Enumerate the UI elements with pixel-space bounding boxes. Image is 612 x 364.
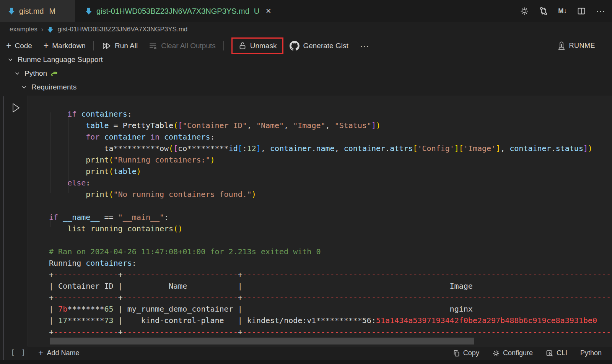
runme-file-icon — [8, 7, 15, 15]
cell-status-actions: Copy Configure — [444, 349, 602, 357]
plus-icon: + — [6, 41, 11, 50]
chevron-right-icon: › — [41, 26, 44, 33]
gear-icon — [492, 349, 500, 357]
notebook-toolbar: + Code + Markdown Run All Clear All Outp — [0, 37, 612, 55]
breadcrumb-folder[interactable]: examples — [10, 26, 37, 33]
annotation-highlight-box: Unmask — [231, 37, 284, 54]
code-cell-content[interactable]: if containers: table = PrettyTable(["Con… — [49, 108, 612, 342]
window-bottom-edge — [0, 360, 612, 364]
runme-file-icon — [47, 26, 54, 33]
runme-brand: RUNME — [557, 41, 596, 50]
snake-emoji-icon — [51, 70, 59, 77]
chevron-down-icon — [21, 84, 28, 91]
untracked-badge: U — [254, 7, 259, 16]
generate-gist-button[interactable]: Generate Gist — [290, 41, 348, 51]
unmask-button[interactable]: Unmask — [238, 42, 277, 50]
tab-label: gist-01HWD053BZ23JN6VA7X3NGP3YS.md — [96, 7, 249, 16]
add-name-button[interactable]: + Add Name — [38, 349, 79, 358]
run-cell-icon[interactable] — [11, 102, 21, 113]
outline-requirements[interactable]: Requirements — [21, 83, 76, 91]
generate-gist-label: Generate Gist — [303, 42, 348, 50]
markdown-preview-icon[interactable]: M↓ — [558, 7, 567, 15]
copy-label: Copy — [463, 349, 479, 357]
unmask-label: Unmask — [250, 42, 277, 50]
add-markdown-cell-button[interactable]: + Markdown — [44, 41, 86, 50]
modified-badge: M — [49, 7, 55, 16]
outline-runme-language-support[interactable]: Runme Language Support — [7, 55, 103, 64]
configure-label: Configure — [503, 349, 533, 357]
settings-gear-icon[interactable] — [520, 6, 529, 16]
outline-python[interactable]: Python — [14, 69, 59, 78]
configure-button[interactable]: Configure — [492, 349, 533, 357]
git-compare-icon[interactable] — [539, 6, 548, 16]
tab-label: gist.md — [19, 7, 44, 16]
outline-label: Runme Language Support — [18, 55, 103, 64]
editor-actions: M↓ ⋯ — [520, 0, 605, 22]
github-icon — [290, 41, 299, 51]
runme-label: RUNME — [569, 42, 596, 50]
copy-button[interactable]: Copy — [452, 349, 479, 357]
breadcrumb-file[interactable]: gist-01HWD053BZ23JN6VA7X3NGP3YS.md — [57, 26, 187, 33]
cli-label: CLI — [557, 349, 567, 357]
editor-tab-bar: gist.md M gist-01HWD053BZ23JN6VA7X3NGP3Y… — [0, 0, 612, 22]
add-name-label: Add Name — [47, 349, 79, 357]
toolbar-divider — [223, 41, 224, 50]
cli-button[interactable]: CLI — [546, 349, 567, 357]
clear-all-outputs-button[interactable]: Clear All Outputs — [148, 41, 216, 50]
unlock-icon — [238, 42, 247, 50]
cell-focus-bar — [3, 96, 4, 360]
run-all-button[interactable]: Run All — [101, 41, 138, 51]
split-editor-icon[interactable] — [577, 6, 586, 16]
language-indicator[interactable]: Python — [580, 349, 602, 357]
toolbar-divider — [93, 41, 94, 50]
close-tab-icon[interactable]: ✕ — [265, 7, 271, 15]
cell-collapse-indicator: [ ] — [11, 348, 27, 356]
language-label: Python — [580, 349, 602, 357]
horizontal-scrollbar[interactable] — [50, 338, 474, 344]
run-all-icon — [101, 41, 111, 51]
outline-label: Python — [24, 69, 47, 78]
tab-gist-notebook[interactable]: gist-01HWD053BZ23JN6VA7X3NGP3YS.md U ✕ — [75, 0, 295, 22]
clear-all-outputs-label: Clear All Outputs — [161, 42, 216, 50]
chevron-down-icon — [7, 56, 14, 63]
plus-icon: + — [38, 349, 43, 358]
more-actions-icon[interactable]: ⋯ — [596, 6, 605, 16]
add-code-cell-button[interactable]: + Code — [6, 41, 32, 50]
outline-label: Requirements — [31, 83, 76, 91]
runme-file-icon — [85, 7, 93, 15]
run-all-label: Run All — [115, 42, 138, 50]
cell-status-bar: + Add Name Copy — [28, 346, 612, 360]
copy-icon — [452, 349, 460, 357]
vscode-window: gist.md M gist-01HWD053BZ23JN6VA7X3NGP3Y… — [0, 0, 612, 364]
add-markdown-label: Markdown — [52, 42, 86, 50]
tab-gist-md[interactable]: gist.md M — [0, 0, 75, 22]
breadcrumb: examples › gist-01HWD053BZ23JN6VA7X3NGP3… — [0, 22, 612, 37]
toolbar-more-icon[interactable]: ··· — [360, 41, 369, 50]
clear-outputs-icon — [148, 41, 158, 50]
cli-icon — [546, 349, 553, 357]
chevron-down-icon — [14, 70, 21, 77]
runme-logo-icon — [557, 41, 566, 50]
add-code-label: Code — [15, 42, 32, 50]
plus-icon: + — [44, 41, 49, 50]
